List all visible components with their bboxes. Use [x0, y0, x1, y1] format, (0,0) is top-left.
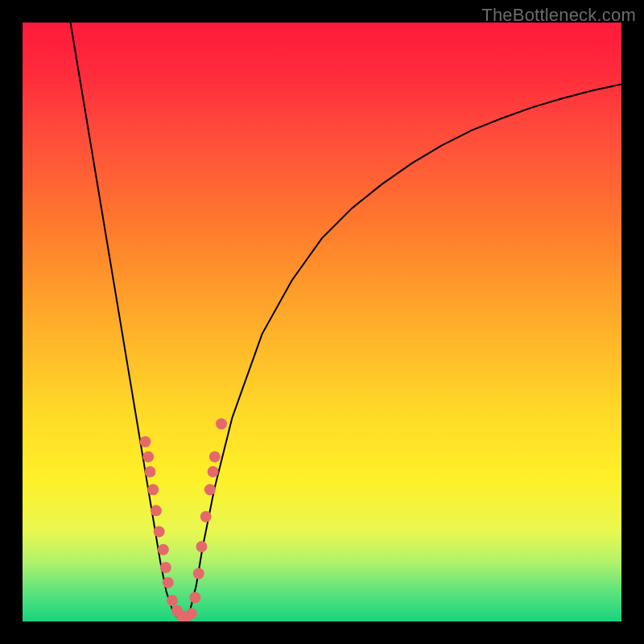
scatter-dot [160, 562, 171, 573]
scatter-dot [186, 608, 197, 619]
bottleneck-curve [71, 23, 621, 621]
scatter-dot [147, 484, 159, 495]
scatter-dot [140, 436, 151, 448]
chart-plot-area [23, 23, 621, 621]
scatter-dot [167, 595, 178, 606]
watermark-text: TheBottleneck.com [481, 5, 636, 26]
scatter-dot [216, 418, 227, 429]
scatter-dot [151, 505, 162, 516]
scatter-dot [189, 592, 200, 603]
scatter-dot [208, 466, 219, 477]
scatter-dot [163, 577, 174, 588]
curve-path [71, 23, 621, 621]
scatter-dot [144, 466, 155, 477]
scatter-dot [154, 526, 165, 537]
scatter-dot [204, 484, 216, 495]
scatter-dot [142, 451, 154, 462]
scatter-dot [193, 568, 204, 579]
scatter-dot [158, 544, 169, 555]
chart-svg [23, 23, 621, 621]
scatter-dot [209, 451, 221, 462]
scatter-dot [200, 511, 212, 522]
scatter-dot [196, 541, 207, 552]
chart-frame: TheBottleneck.com [0, 0, 644, 644]
